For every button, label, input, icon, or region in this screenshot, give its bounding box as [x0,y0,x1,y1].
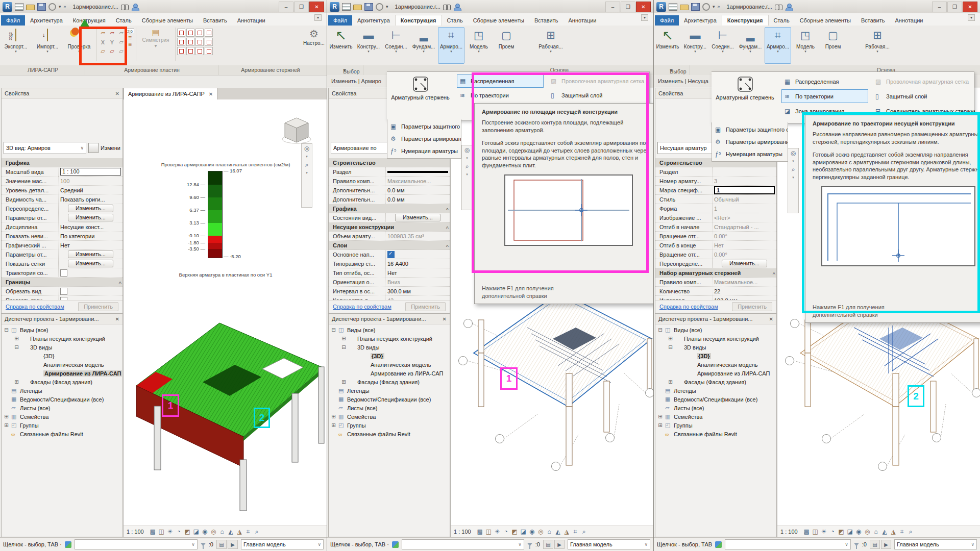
close-icon[interactable]: ✕ [115,91,119,96]
property-value[interactable]: Вниз [385,278,450,286]
tree-expand-icon[interactable]: ⊞ [4,414,9,419]
property-row[interactable]: Дополнительн... 0.0 мм [329,186,450,195]
import-button[interactable]: Импорт...▾ [32,27,63,64]
view-control-icon[interactable]: ⌗ [244,528,253,535]
property-value[interactable] [58,268,122,277]
property-value[interactable]: Изменить... [58,213,122,222]
save-icon[interactable] [691,3,700,11]
tree-item[interactable]: Аналитическая модель [2,360,122,369]
active-model-combo[interactable]: Главная модель∨ [894,539,977,549]
flyout-item[interactable]: ⚙ Параметры армирования [712,136,788,148]
qat-caret-icon[interactable]: ▾ [386,4,388,9]
view-control-icon[interactable]: ◩ [510,528,519,535]
ribbon-button[interactable]: ⊢ Соедин... ▾ [709,27,736,64]
property-row[interactable]: Состояния вид... Изменить... [329,213,450,222]
panel-label-select[interactable]: Выбор ▾ [329,67,360,73]
status-icon[interactable]: ▶ [554,540,565,549]
ribbon-tab[interactable]: Файл [1,15,25,26]
tree-item[interactable]: ⊞ Фасады (Фасад здания) [329,378,450,386]
property-row[interactable]: Несущие конструкции [329,222,450,232]
ribbon-tab[interactable]: Файл [328,15,352,26]
tree-item[interactable]: ⊟ 3D виды [2,343,122,352]
property-row[interactable]: Номер армату... 3 [655,177,776,186]
property-value[interactable]: Изменить... [385,213,450,222]
ribbon-button[interactable]: ◳ Модель ▾ [465,27,492,64]
view-control-icon[interactable]: ⌗ [571,528,580,535]
file-tab-menu-icon[interactable] [669,3,677,11]
view-control-icon[interactable]: ◮ [235,528,244,535]
ribbon-tab[interactable]: Сталь [442,15,468,26]
view-tab[interactable]: Армирование из ЛИРА-САПР✕ [124,88,217,99]
property-row[interactable]: Показать гран... [2,296,122,300]
ribbon-tab[interactable]: Конструкция [395,15,442,26]
property-row[interactable]: Траектория со... [2,268,122,278]
navigation-bar[interactable]: ◎▾ ⌕▾ [788,148,799,213]
property-value[interactable] [58,296,122,300]
tree-expand-icon[interactable]: ⊟ [341,344,347,350]
tree-item[interactable]: ⊞ Планы несущих конструкций [2,334,122,343]
zoom-icon[interactable]: ⌕ [465,163,469,170]
property-row[interactable]: Правило комп... Максимальное... [329,177,450,186]
property-value[interactable]: Нет [712,241,776,249]
flyout-item[interactable]: ⚙ Параметры армирования [387,133,461,145]
rebar-big-button[interactable]: Арматурный стержень [712,72,778,125]
steering-wheel-icon[interactable]: ◎ [304,145,309,152]
property-row[interactable]: Переопределе... Изменить... [655,259,776,268]
tree-item[interactable]: Армирование из ЛИРА-САП [329,369,450,378]
tree-expand-icon[interactable]: ⊟ [331,327,336,333]
ribbon-tab[interactable]: Сталь [769,15,795,26]
ribbon-button[interactable]: ▂ Фундам... ▾ [737,27,764,64]
tree-item[interactable]: ⊟ ◫ Виды (все) [329,325,450,334]
property-value[interactable]: Изменить... [712,259,776,268]
panel-label-lira[interactable]: ЛИРА-САПР [2,67,84,73]
worksharing-icon[interactable] [715,541,722,548]
save-icon[interactable] [37,3,46,11]
view-control-icon[interactable]: ⌕ [253,528,261,535]
settings-button[interactable]: ⚙ Настро... [302,27,326,46]
property-value[interactable]: Максимальное... [712,278,776,286]
property-row[interactable]: Количество л... 42 [329,296,450,300]
property-value[interactable]: Нет [385,268,450,277]
tree-item[interactable]: ⊞ Фасады (Фасад здания) [2,378,122,386]
flyout-option[interactable]: ▦ Распределенная [781,74,868,88]
view-control-icon[interactable]: ◭ [880,528,889,535]
file-tab-menu-icon[interactable] [342,3,351,11]
property-row[interactable]: Масштаб вида 1 : 100 [2,167,122,177]
tree-item[interactable]: ▤ Легенды [2,386,122,395]
property-row[interactable]: Набор арматурных стержней [655,268,776,278]
search-icon[interactable] [121,4,129,10]
minimize-button[interactable]: – [279,2,293,12]
filter-icon[interactable] [527,543,532,546]
tree-item[interactable]: {3D} [329,352,450,360]
tree-expand-icon[interactable]: ⊞ [331,422,336,428]
view-control-icon[interactable]: ◪ [192,528,201,535]
ribbon-button[interactable]: ⊢ Соедин... ▾ [383,27,409,64]
property-row[interactable]: Форма 1 [655,204,776,213]
viewcube[interactable] [281,114,312,145]
view-control-icon[interactable]: ◫ [484,528,493,535]
tree-item[interactable]: ⊟ 3D виды [655,343,776,352]
tree-expand-icon[interactable]: ⊟ [668,344,673,350]
property-value[interactable] [712,167,776,176]
view-control-icon[interactable]: ◫ [811,528,820,535]
column[interactable] [292,393,298,462]
property-value[interactable]: Изменить... [58,204,122,213]
view-control-icon[interactable]: ◉ [201,528,209,535]
ribbon-button[interactable]: ⌗ Армиро... ▾ [438,27,464,64]
view-control-icon[interactable]: ◭ [227,528,235,535]
view-control-icon[interactable]: ⌕ [580,528,589,535]
tree-item[interactable]: ▱ Листы (все) [655,404,776,412]
flyout-option[interactable]: ▨ Проволочная арматурная сетка [548,74,649,88]
view-control-icon[interactable]: ⌂ [545,528,554,535]
tree-item[interactable]: {3D} [2,352,122,360]
tree-item[interactable]: Аналитическая модель [329,360,450,369]
tree-item[interactable]: ▤ Легенды [329,386,450,395]
ribbon-button[interactable]: ◳ Модель ▾ [792,27,819,64]
view-control-icon[interactable]: ⌕ [906,528,915,535]
render-icon[interactable] [702,3,710,11]
qat-more-icon[interactable]: » [64,4,66,9]
flyout-option[interactable]: ▦ Распределенная [457,74,544,88]
search-icon[interactable] [443,4,451,10]
view-control-icon[interactable]: ▩ [476,528,484,535]
active-model-combo[interactable]: Главная модель∨ [241,539,324,549]
